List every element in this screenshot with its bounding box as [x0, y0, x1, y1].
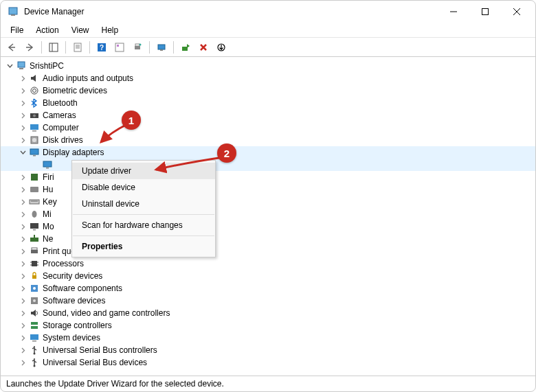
minimize-button[interactable]: [438, 1, 469, 23]
monitor-icon: [29, 221, 40, 232]
svg-point-63: [34, 365, 36, 367]
node-disk[interactable]: Disk drives: [1, 134, 535, 146]
node-label: Security devices: [43, 271, 102, 281]
update-driver-button[interactable]: [177, 39, 194, 56]
node-system[interactable]: System devices: [1, 332, 535, 344]
audio-icon: [29, 73, 40, 84]
svg-rect-14: [115, 43, 124, 51]
expand-closed-icon[interactable]: [18, 86, 27, 95]
expand-open-icon[interactable]: [5, 61, 14, 71]
expand-closed-icon[interactable]: [18, 135, 27, 145]
node-label: Software devices: [43, 296, 105, 305]
svg-point-25: [31, 87, 38, 94]
svg-rect-61: [32, 341, 36, 342]
node-bluetooth[interactable]: Bluetooth: [1, 97, 535, 109]
expand-closed-icon[interactable]: [18, 296, 27, 305]
node-label: Universal Serial Bus devices: [43, 358, 147, 367]
usb-icon: [29, 357, 40, 368]
node-computer[interactable]: Computer: [1, 122, 535, 134]
node-sound[interactable]: Sound, video and game controllers: [1, 307, 535, 319]
expand-closed-icon[interactable]: [18, 98, 27, 108]
expand-closed-icon[interactable]: [18, 172, 27, 182]
help-button[interactable]: ?: [93, 39, 110, 56]
close-button[interactable]: [501, 1, 533, 23]
ctx-uninstall-device[interactable]: Uninstall device: [72, 196, 215, 212]
ctx-scan-hardware[interactable]: Scan for hardware changes: [72, 217, 215, 233]
bluetooth-icon: [29, 97, 40, 108]
expand-open-icon[interactable]: [18, 148, 27, 157]
node-processor[interactable]: Processors: [1, 257, 535, 270]
expand-closed-icon[interactable]: [18, 123, 27, 132]
expand-closed-icon[interactable]: [18, 345, 27, 355]
expand-closed-icon[interactable]: [18, 222, 27, 231]
svg-rect-34: [33, 155, 36, 157]
svg-rect-36: [46, 168, 49, 169]
show-hide-tree-button[interactable]: [45, 39, 62, 56]
display-icon: [29, 147, 40, 158]
svg-rect-37: [31, 174, 38, 181]
device-tree[interactable]: SrishtiPCAudio inputs and outputsBiometr…: [1, 57, 535, 376]
toolbar: ?: [1, 38, 535, 57]
svg-rect-46: [31, 250, 38, 253]
node-display[interactable]: Display adapters: [1, 146, 535, 159]
expand-closed-icon[interactable]: [18, 197, 27, 207]
forward-button[interactable]: [21, 39, 38, 56]
annotation-badge-2: 2: [217, 143, 236, 163]
node-usb[interactable]: Universal Serial Bus controllers: [1, 344, 535, 356]
network-icon: [29, 233, 40, 244]
disable-button[interactable]: [213, 39, 230, 56]
menu-view[interactable]: View: [66, 24, 95, 36]
node-storage[interactable]: Storage controllers: [1, 319, 535, 332]
hid-icon: [29, 184, 40, 195]
window-title: Device Manager: [24, 7, 438, 16]
disk-icon: [29, 135, 40, 146]
node-biometric[interactable]: Biometric devices: [1, 84, 535, 97]
expand-closed-icon[interactable]: [18, 308, 27, 318]
ctx-disable-device[interactable]: Disable device: [72, 179, 215, 196]
ctx-properties[interactable]: Properties: [72, 238, 215, 255]
expand-closed-icon[interactable]: [18, 246, 27, 256]
expand-closed-icon[interactable]: [18, 259, 27, 268]
uninstall-button[interactable]: [195, 39, 212, 56]
node-audio[interactable]: Audio inputs and outputs: [1, 72, 535, 84]
menu-file[interactable]: File: [5, 24, 29, 36]
properties-button[interactable]: [69, 39, 86, 56]
svg-point-28: [33, 115, 36, 117]
expand-closed-icon[interactable]: [18, 358, 27, 367]
svg-rect-33: [30, 149, 38, 154]
softcomp-icon: [29, 283, 40, 294]
menu-help[interactable]: Help: [96, 24, 124, 36]
expand-closed-icon[interactable]: [18, 73, 27, 83]
expand-closed-icon[interactable]: [18, 271, 27, 281]
svg-rect-8: [74, 43, 81, 51]
node-usb[interactable]: Universal Serial Bus devices: [1, 356, 535, 369]
expand-closed-icon[interactable]: [18, 333, 27, 343]
svg-text:?: ?: [100, 44, 104, 51]
expand-closed-icon[interactable]: [18, 185, 27, 194]
node-softcomp[interactable]: Software components: [1, 282, 535, 295]
annotation-arrow-2: [152, 153, 227, 175]
svg-rect-39: [30, 200, 39, 204]
expand-closed-icon[interactable]: [18, 111, 27, 120]
printer-icon: [29, 246, 40, 257]
display-icon: [42, 159, 53, 170]
svg-rect-59: [31, 326, 38, 329]
ctx-separator: [73, 235, 214, 236]
print-button[interactable]: [129, 39, 146, 56]
firmware-icon: [29, 172, 40, 183]
expand-closed-icon[interactable]: [18, 284, 27, 293]
scan-hardware-button[interactable]: [153, 39, 170, 56]
node-label: Bluetooth: [43, 98, 78, 108]
node-camera[interactable]: Cameras: [1, 109, 535, 122]
node-softdev[interactable]: Software devices: [1, 295, 535, 307]
root-node[interactable]: SrishtiPC: [1, 60, 535, 72]
node-security[interactable]: Security devices: [1, 270, 535, 282]
expand-closed-icon[interactable]: [18, 209, 27, 219]
menu-action[interactable]: Action: [30, 24, 64, 36]
expand-closed-icon[interactable]: [18, 321, 27, 330]
action-button[interactable]: [111, 39, 128, 56]
expand-closed-icon[interactable]: [18, 234, 27, 244]
maximize-button[interactable]: [469, 1, 501, 23]
status-bar: Launches the Update Driver Wizard for th…: [1, 376, 535, 391]
back-button[interactable]: [3, 39, 20, 56]
